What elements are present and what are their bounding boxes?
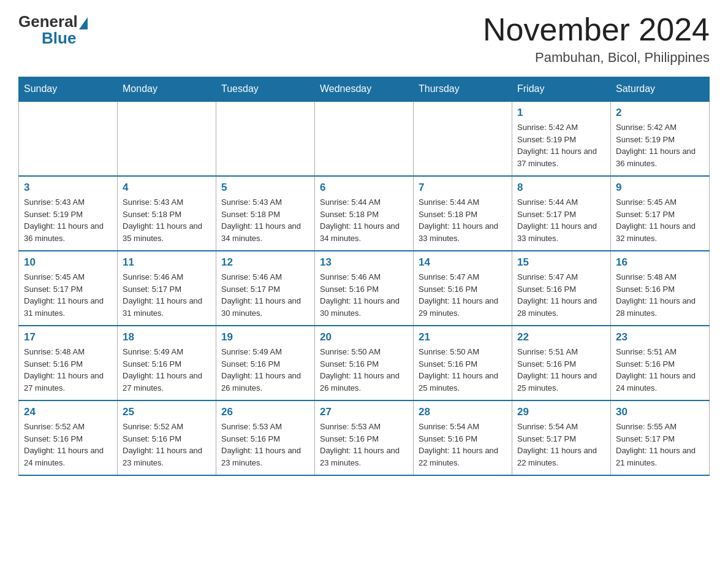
day-number: 27: [320, 406, 408, 418]
calendar-cell: 14Sunrise: 5:47 AM Sunset: 5:16 PM Dayli…: [414, 251, 512, 326]
day-info: Sunrise: 5:52 AM Sunset: 5:16 PM Dayligh…: [24, 421, 112, 469]
weekday-header-saturday: Saturday: [611, 77, 710, 102]
day-number: 6: [320, 182, 408, 194]
calendar-week-row: 17Sunrise: 5:48 AM Sunset: 5:16 PM Dayli…: [19, 326, 710, 400]
logo-blue-text: Blue: [42, 29, 76, 48]
weekday-header-wednesday: Wednesday: [315, 77, 414, 102]
day-number: 18: [123, 331, 211, 343]
day-info: Sunrise: 5:53 AM Sunset: 5:16 PM Dayligh…: [221, 421, 309, 469]
day-number: 20: [320, 331, 408, 343]
day-number: 28: [419, 406, 507, 418]
day-info: Sunrise: 5:44 AM Sunset: 5:18 PM Dayligh…: [320, 196, 408, 244]
logo-triangle-icon: [79, 17, 88, 29]
day-info: Sunrise: 5:51 AM Sunset: 5:16 PM Dayligh…: [616, 346, 704, 394]
calendar-cell: 2Sunrise: 5:42 AM Sunset: 5:19 PM Daylig…: [611, 101, 710, 176]
day-number: 21: [419, 331, 507, 343]
calendar-cell: 18Sunrise: 5:49 AM Sunset: 5:16 PM Dayli…: [118, 326, 216, 400]
calendar-week-row: 1Sunrise: 5:42 AM Sunset: 5:19 PM Daylig…: [19, 101, 710, 176]
day-number: 17: [24, 331, 112, 343]
calendar-cell: 11Sunrise: 5:46 AM Sunset: 5:17 PM Dayli…: [118, 251, 216, 326]
day-info: Sunrise: 5:55 AM Sunset: 5:17 PM Dayligh…: [616, 421, 704, 469]
calendar-cell: 1Sunrise: 5:42 AM Sunset: 5:19 PM Daylig…: [512, 101, 611, 176]
calendar-cell: 9Sunrise: 5:45 AM Sunset: 5:17 PM Daylig…: [611, 176, 710, 251]
month-title: November 2024: [483, 12, 710, 47]
day-number: 7: [419, 182, 507, 194]
calendar-table: SundayMondayTuesdayWednesdayThursdayFrid…: [18, 77, 710, 476]
calendar-cell: 30Sunrise: 5:55 AM Sunset: 5:17 PM Dayli…: [611, 400, 710, 475]
day-number: 25: [123, 406, 211, 418]
calendar-cell: [414, 101, 512, 176]
day-number: 14: [419, 256, 507, 269]
calendar-cell: 13Sunrise: 5:46 AM Sunset: 5:16 PM Dayli…: [315, 251, 414, 326]
day-number: 1: [517, 107, 605, 119]
day-info: Sunrise: 5:45 AM Sunset: 5:17 PM Dayligh…: [616, 196, 704, 244]
page-header: General Blue November 2024 Pambuhan, Bic…: [18, 12, 710, 66]
logo: General Blue: [18, 12, 88, 48]
day-info: Sunrise: 5:53 AM Sunset: 5:16 PM Dayligh…: [320, 421, 408, 469]
day-number: 12: [221, 256, 309, 269]
calendar-week-row: 24Sunrise: 5:52 AM Sunset: 5:16 PM Dayli…: [19, 400, 710, 475]
day-info: Sunrise: 5:48 AM Sunset: 5:16 PM Dayligh…: [24, 346, 112, 394]
calendar-week-row: 3Sunrise: 5:43 AM Sunset: 5:19 PM Daylig…: [19, 176, 710, 251]
day-info: Sunrise: 5:47 AM Sunset: 5:16 PM Dayligh…: [419, 271, 507, 319]
day-info: Sunrise: 5:51 AM Sunset: 5:16 PM Dayligh…: [517, 346, 605, 394]
day-number: 16: [616, 256, 704, 269]
weekday-header-sunday: Sunday: [19, 77, 118, 102]
day-number: 10: [24, 256, 112, 269]
day-info: Sunrise: 5:42 AM Sunset: 5:19 PM Dayligh…: [616, 121, 704, 169]
weekday-header-thursday: Thursday: [414, 77, 512, 102]
day-number: 15: [517, 256, 605, 269]
calendar-cell: 26Sunrise: 5:53 AM Sunset: 5:16 PM Dayli…: [216, 400, 315, 475]
day-info: Sunrise: 5:43 AM Sunset: 5:19 PM Dayligh…: [24, 196, 112, 244]
calendar-cell: [118, 101, 216, 176]
day-info: Sunrise: 5:54 AM Sunset: 5:16 PM Dayligh…: [419, 421, 507, 469]
day-info: Sunrise: 5:54 AM Sunset: 5:17 PM Dayligh…: [517, 421, 605, 469]
day-info: Sunrise: 5:49 AM Sunset: 5:16 PM Dayligh…: [123, 346, 211, 394]
calendar-cell: 5Sunrise: 5:43 AM Sunset: 5:18 PM Daylig…: [216, 176, 315, 251]
day-number: 5: [221, 182, 309, 194]
day-info: Sunrise: 5:43 AM Sunset: 5:18 PM Dayligh…: [221, 196, 309, 244]
calendar-cell: 24Sunrise: 5:52 AM Sunset: 5:16 PM Dayli…: [19, 400, 118, 475]
day-info: Sunrise: 5:43 AM Sunset: 5:18 PM Dayligh…: [123, 196, 211, 244]
day-info: Sunrise: 5:50 AM Sunset: 5:16 PM Dayligh…: [419, 346, 507, 394]
day-number: 26: [221, 406, 309, 418]
day-number: 3: [24, 182, 112, 194]
calendar-cell: 4Sunrise: 5:43 AM Sunset: 5:18 PM Daylig…: [118, 176, 216, 251]
weekday-header-friday: Friday: [512, 77, 611, 102]
day-number: 11: [123, 256, 211, 269]
day-info: Sunrise: 5:44 AM Sunset: 5:18 PM Dayligh…: [419, 196, 507, 244]
calendar-cell: 22Sunrise: 5:51 AM Sunset: 5:16 PM Dayli…: [512, 326, 611, 400]
calendar-cell: [19, 101, 118, 176]
day-info: Sunrise: 5:47 AM Sunset: 5:16 PM Dayligh…: [517, 271, 605, 319]
calendar-cell: 15Sunrise: 5:47 AM Sunset: 5:16 PM Dayli…: [512, 251, 611, 326]
calendar-cell: 25Sunrise: 5:52 AM Sunset: 5:16 PM Dayli…: [118, 400, 216, 475]
day-number: 22: [517, 331, 605, 343]
calendar-cell: 28Sunrise: 5:54 AM Sunset: 5:16 PM Dayli…: [414, 400, 512, 475]
day-info: Sunrise: 5:46 AM Sunset: 5:17 PM Dayligh…: [123, 271, 211, 319]
calendar-header-row: SundayMondayTuesdayWednesdayThursdayFrid…: [19, 77, 710, 102]
day-number: 23: [616, 331, 704, 343]
calendar-cell: 3Sunrise: 5:43 AM Sunset: 5:19 PM Daylig…: [19, 176, 118, 251]
day-number: 30: [616, 406, 704, 418]
calendar-cell: 20Sunrise: 5:50 AM Sunset: 5:16 PM Dayli…: [315, 326, 414, 400]
calendar-cell: [216, 101, 315, 176]
day-info: Sunrise: 5:50 AM Sunset: 5:16 PM Dayligh…: [320, 346, 408, 394]
calendar-cell: 21Sunrise: 5:50 AM Sunset: 5:16 PM Dayli…: [414, 326, 512, 400]
day-number: 8: [517, 182, 605, 194]
weekday-header-tuesday: Tuesday: [216, 77, 315, 102]
calendar-cell: 17Sunrise: 5:48 AM Sunset: 5:16 PM Dayli…: [19, 326, 118, 400]
calendar-cell: 27Sunrise: 5:53 AM Sunset: 5:16 PM Dayli…: [315, 400, 414, 475]
day-info: Sunrise: 5:48 AM Sunset: 5:16 PM Dayligh…: [616, 271, 704, 319]
calendar-cell: 29Sunrise: 5:54 AM Sunset: 5:17 PM Dayli…: [512, 400, 611, 475]
calendar-cell: 6Sunrise: 5:44 AM Sunset: 5:18 PM Daylig…: [315, 176, 414, 251]
day-info: Sunrise: 5:49 AM Sunset: 5:16 PM Dayligh…: [221, 346, 309, 394]
location-title: Pambuhan, Bicol, Philippines: [483, 50, 710, 66]
calendar-cell: 8Sunrise: 5:44 AM Sunset: 5:17 PM Daylig…: [512, 176, 611, 251]
day-number: 19: [221, 331, 309, 343]
calendar-cell: 12Sunrise: 5:46 AM Sunset: 5:17 PM Dayli…: [216, 251, 315, 326]
calendar-cell: 7Sunrise: 5:44 AM Sunset: 5:18 PM Daylig…: [414, 176, 512, 251]
day-number: 24: [24, 406, 112, 418]
calendar-cell: 19Sunrise: 5:49 AM Sunset: 5:16 PM Dayli…: [216, 326, 315, 400]
calendar-cell: 23Sunrise: 5:51 AM Sunset: 5:16 PM Dayli…: [611, 326, 710, 400]
day-info: Sunrise: 5:42 AM Sunset: 5:19 PM Dayligh…: [517, 121, 605, 169]
